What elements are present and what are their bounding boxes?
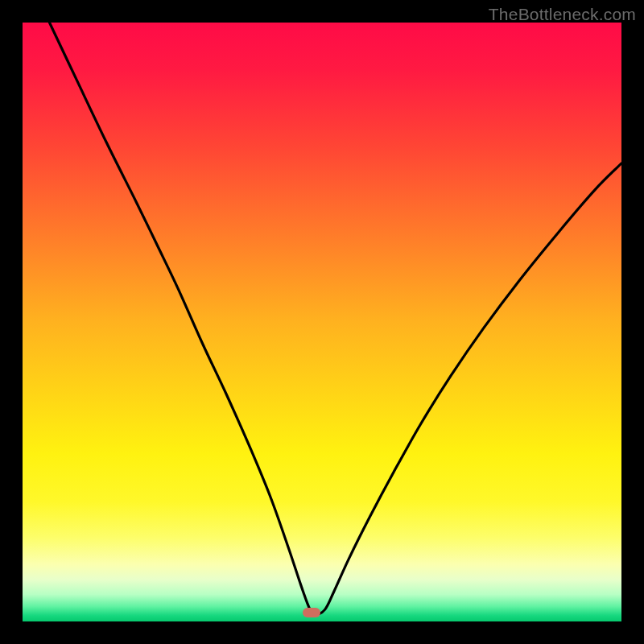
chart-stage: TheBottleneck.com (0, 0, 644, 644)
optimum-marker (303, 608, 320, 617)
watermark-text: TheBottleneck.com (489, 5, 636, 24)
bottleneck-curve (23, 23, 621, 621)
plot-area (23, 23, 621, 621)
